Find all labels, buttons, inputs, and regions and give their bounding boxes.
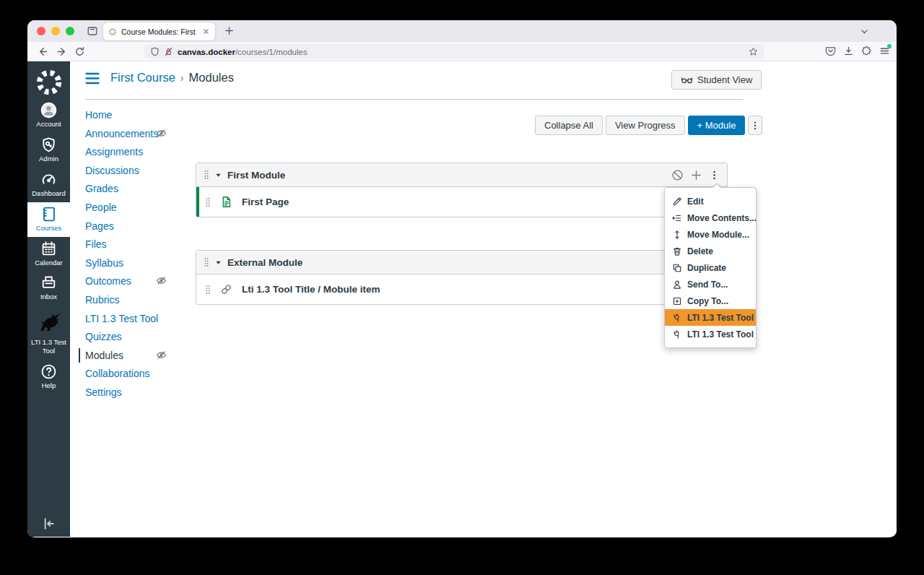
course-nav-link-syllabus[interactable]: Syllabus: [85, 257, 123, 269]
back-icon[interactable]: [38, 46, 48, 57]
course-nav-link-rubrics[interactable]: Rubrics: [85, 294, 119, 306]
drag-handle-icon[interactable]: [204, 257, 209, 267]
context-menu-item-lti-1-3-test-tool-7[interactable]: LTI 1.3 Test Tool: [665, 309, 756, 326]
bookmark-star-icon[interactable]: [749, 47, 758, 56]
url-bar[interactable]: canvas.docker/courses/1/modules: [144, 44, 764, 59]
context-menu-label: Edit: [687, 196, 704, 207]
modules-toolbar: Collapse All View Progress + Module: [535, 116, 762, 135]
context-menu-label: Move Module...: [687, 230, 749, 240]
eyeglasses-icon: [681, 74, 693, 86]
student-view-button[interactable]: Student View: [671, 70, 762, 90]
course-nav-link-announcements[interactable]: Announcements: [85, 128, 158, 139]
course-nav-link-grades[interactable]: Grades: [85, 183, 118, 194]
course-nav-link-files[interactable]: Files: [85, 238, 107, 250]
duplicate-icon: [672, 263, 682, 273]
global-nav-label: LTI 1.3 Test Tool: [28, 338, 69, 355]
module-item-row[interactable]: Lti 1.3 Tool Title / Mobule item: [196, 274, 727, 304]
global-nav-label: Dashboard: [32, 189, 65, 198]
global-nav-item-inbox[interactable]: Inbox: [27, 271, 70, 306]
browser-toolbar: canvas.docker/courses/1/modules: [27, 42, 897, 61]
forward-icon[interactable]: [56, 46, 67, 57]
list-tabs-chevron-icon[interactable]: [860, 27, 869, 36]
course-nav-link-discussions[interactable]: Discussions: [85, 165, 139, 176]
zoom-window-button[interactable]: [66, 27, 74, 35]
course-nav-item-modules: Modules: [85, 350, 204, 368]
view-progress-button[interactable]: View Progress: [606, 116, 685, 135]
course-nav-link-pages[interactable]: Pages: [85, 220, 114, 232]
context-menu-item-move-contents-1[interactable]: Move Contents...: [665, 209, 756, 226]
global-nav-item-dashboard[interactable]: Dashboard: [27, 168, 70, 202]
course-nav-link-quizzes[interactable]: Quizzes: [85, 331, 122, 342]
expand-caret-icon[interactable]: [215, 172, 222, 178]
add-module-button[interactable]: + Module: [688, 116, 746, 135]
hidden-from-students-icon: [156, 128, 167, 139]
kebab-icon: [750, 121, 760, 131]
close-window-button[interactable]: [37, 27, 45, 35]
context-menu-item-lti-1-3-test-tool-8[interactable]: LTI 1.3 Test Tool: [665, 326, 756, 342]
context-menu-label: Move Contents...: [687, 213, 757, 223]
context-menu-item-delete-3[interactable]: Delete: [665, 243, 756, 259]
global-nav-item-calendar[interactable]: Calendar: [27, 237, 70, 272]
course-nav-link-assignments[interactable]: Assignments: [85, 146, 143, 157]
course-menu-hamburger-icon[interactable]: [85, 72, 100, 85]
module-kebab-icon[interactable]: [709, 170, 720, 181]
module-item-row[interactable]: First Page: [196, 187, 727, 217]
module-header: First Module: [196, 163, 727, 187]
context-menu-item-duplicate-4[interactable]: Duplicate: [665, 259, 756, 276]
extensions-puzzle-icon[interactable]: [861, 46, 872, 56]
page-icon: [220, 196, 232, 208]
plug-icon: [672, 313, 682, 323]
global-nav-item-admin[interactable]: Admin: [27, 133, 70, 168]
expand-caret-icon[interactable]: [215, 259, 222, 266]
drag-handle-icon[interactable]: [204, 170, 209, 180]
download-icon[interactable]: [843, 46, 854, 56]
firefox-view-icon[interactable]: [87, 25, 98, 37]
gauge-icon: [40, 171, 57, 188]
course-nav-link-outcomes[interactable]: Outcomes: [85, 275, 131, 287]
drag-handle-icon[interactable]: [205, 285, 211, 295]
course-nav-link-collaborations[interactable]: Collaborations: [85, 368, 150, 379]
collapse-all-button[interactable]: Collapse All: [535, 116, 603, 135]
reload-icon[interactable]: [74, 46, 85, 57]
modules-kebab-button[interactable]: [748, 116, 762, 135]
shield-key-icon: [40, 137, 57, 153]
course-nav-link-modules[interactable]: Modules: [85, 350, 123, 361]
module-header: External Module: [196, 251, 727, 274]
context-menu-item-copy-to-6[interactable]: Copy To...: [665, 293, 756, 309]
browser-tab[interactable]: Course Modules: First Course: [103, 22, 215, 40]
course-nav-link-settings[interactable]: Settings: [85, 386, 122, 398]
toolbar-right-icons: [825, 46, 890, 56]
minimize-window-button[interactable]: [51, 27, 60, 35]
course-nav-link-home[interactable]: Home: [85, 109, 112, 121]
course-nav-link-people[interactable]: People: [85, 202, 117, 213]
breadcrumb-course-link[interactable]: First Course: [110, 71, 175, 84]
context-menu-item-send-to-5[interactable]: Send To...: [665, 276, 756, 293]
canvas-logo-icon[interactable]: [35, 68, 64, 97]
global-nav-item-courses[interactable]: Courses: [27, 202, 70, 237]
collapse-sidebar-icon[interactable]: [27, 516, 70, 532]
global-nav-item-account[interactable]: Account: [27, 98, 70, 133]
pocket-icon[interactable]: [825, 46, 836, 56]
global-nav-sidebar: AccountAdminDashboardCoursesCalendarInbo…: [27, 61, 70, 537]
context-menu-item-edit-0[interactable]: Edit: [665, 193, 756, 209]
header-divider: [85, 99, 743, 100]
context-menu-item-move-module-2[interactable]: Move Module...: [665, 226, 756, 243]
drag-handle-icon[interactable]: [205, 197, 211, 207]
book-icon: [40, 206, 57, 222]
global-nav-item-help[interactable]: Help: [27, 360, 70, 394]
plug-icon: [672, 329, 682, 340]
insecure-lock-icon[interactable]: [164, 47, 173, 56]
app-menu-hamburger-icon[interactable]: [879, 46, 890, 56]
tab-close-icon[interactable]: [202, 27, 210, 35]
global-nav-label: Calendar: [35, 259, 63, 267]
global-nav-item-lti-1-3-test-tool[interactable]: LTI 1.3 Test Tool: [27, 306, 70, 360]
new-tab-button[interactable]: [224, 25, 235, 36]
main-content: First Course›Modules Student View HomeAn…: [70, 61, 897, 537]
move-contents-icon: [672, 213, 682, 223]
traffic-lights: [37, 27, 74, 35]
tracking-shield-icon[interactable]: [150, 47, 160, 56]
add-item-icon[interactable]: [690, 169, 702, 181]
trash-icon: [672, 246, 682, 256]
unpublished-ban-icon[interactable]: [671, 169, 684, 181]
course-nav-link-lti-1-3-test-tool[interactable]: LTI 1.3 Test Tool: [85, 313, 158, 324]
